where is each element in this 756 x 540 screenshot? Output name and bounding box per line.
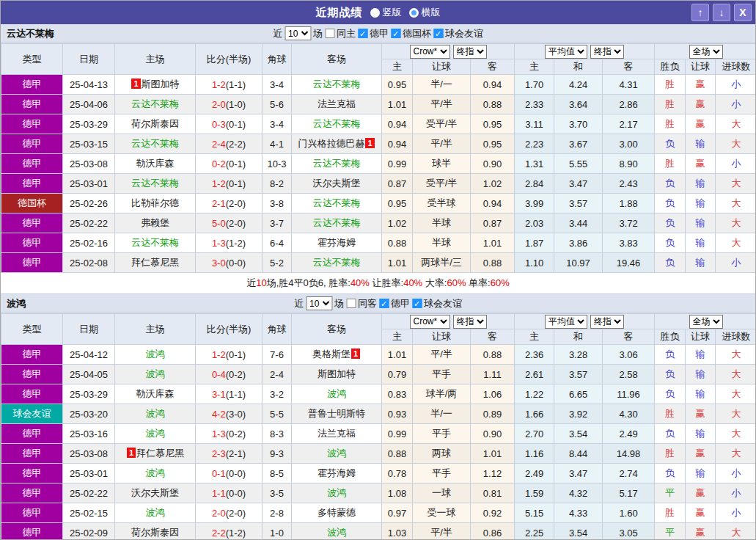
handicap-home-odds: 0.94 xyxy=(382,114,413,134)
league-filter-label: 球会友谊 xyxy=(445,27,483,40)
same-venue-checkbox[interactable] xyxy=(346,299,356,308)
team-name: 荷尔斯泰因 xyxy=(131,527,179,538)
handicap-away-odds: 0.90 xyxy=(471,154,515,174)
games-label: 场 xyxy=(313,27,323,40)
handicap-line: 受半球 xyxy=(413,194,471,214)
league-filter-checkbox[interactable] xyxy=(391,29,400,38)
corners-cell: 8-2 xyxy=(263,174,292,194)
league-filter-checkbox[interactable] xyxy=(412,299,422,308)
final-index-select[interactable]: 终指 xyxy=(453,315,487,329)
handicap-home-odds: 1.01 xyxy=(382,253,413,273)
league-filter-checkbox[interactable] xyxy=(433,29,443,38)
team-name: 波鸿 xyxy=(146,428,165,439)
handicap-line: 半球 xyxy=(413,233,471,253)
avg-away-odds: 3.06 xyxy=(603,345,655,365)
team-name: 斯图加特 xyxy=(318,368,356,379)
match-scope-select[interactable]: 全场 xyxy=(689,45,723,59)
away-team-cell: 云达不莱梅 xyxy=(292,253,382,273)
fulltime-score: 2-2 xyxy=(212,528,226,539)
horizontal-layout-radio[interactable]: 横版 xyxy=(409,6,441,19)
league-filter-checkbox[interactable] xyxy=(358,29,367,38)
avg-draw-odds: 3.64 xyxy=(554,95,603,114)
avg-away-odds: 5.17 xyxy=(603,484,655,503)
handicap-result-cell: 赢 xyxy=(686,523,716,540)
col-goals: 进球数 xyxy=(716,59,756,75)
final-index-select-2[interactable]: 终指 xyxy=(590,315,624,329)
avg-home-odds: 3.99 xyxy=(515,194,554,214)
league-badge: 德甲 xyxy=(1,75,63,95)
col-avg-draw: 和 xyxy=(554,329,603,345)
avg-home-odds: 1.70 xyxy=(515,75,554,95)
home-team-cell: 云达不莱梅 xyxy=(115,95,196,114)
avg-draw-odds: 3.57 xyxy=(554,365,603,384)
result-cell: 胜 xyxy=(655,154,686,174)
fulltime-score: 3-0 xyxy=(212,258,226,269)
team-name: 拜仁慕尼黑 xyxy=(136,448,184,459)
handicap-result-cell: 赢 xyxy=(686,95,716,114)
col-date: 日期 xyxy=(63,44,115,75)
avg-home-odds: 2.03 xyxy=(515,214,554,233)
result-cell: 负 xyxy=(655,174,686,194)
match-row: 德甲25-03-29荷尔斯泰因0-3(0-1)3-4云达不莱梅0.94受平/半0… xyxy=(1,114,756,134)
handicap-away-odds: 1.06 xyxy=(471,384,515,404)
team-name: 斯图加特 xyxy=(142,79,180,90)
bookmaker-select[interactable]: Crow* xyxy=(410,315,450,329)
handicap-line: 平手 xyxy=(413,424,471,444)
avg-home-odds: 1.87 xyxy=(515,233,554,253)
match-count-select[interactable]: 10 xyxy=(285,26,311,40)
match-date: 25-02-22 xyxy=(63,214,115,233)
team-name: 波鸿 xyxy=(146,507,165,518)
home-team-cell: 云达不莱梅 xyxy=(115,174,196,194)
avg-away-odds: 4.31 xyxy=(603,75,655,95)
match-scope-select[interactable]: 全场 xyxy=(689,315,723,329)
move-down-button[interactable]: ↓ xyxy=(713,4,730,21)
final-index-select[interactable]: 终指 xyxy=(453,45,487,59)
match-count-select[interactable]: 10 xyxy=(306,296,332,310)
fulltime-score: 1-1 xyxy=(212,488,226,499)
league-badge: 德甲 xyxy=(1,154,63,174)
average-select[interactable]: 平均值 xyxy=(545,45,587,59)
league-filter-checkbox[interactable] xyxy=(379,299,389,308)
result-cell: 负 xyxy=(655,233,686,253)
goals-result-cell: 大 xyxy=(716,404,756,424)
score-cell: 2-4(2-2) xyxy=(196,134,263,154)
halftime-score: (1-0) xyxy=(226,99,246,110)
average-select[interactable]: 平均值 xyxy=(545,315,587,329)
vertical-layout-radio[interactable]: 竖版 xyxy=(370,6,402,19)
handicap-line: 球半 xyxy=(413,154,471,174)
team-filter-bar: 波鸿近10场同客德甲球会友谊 xyxy=(1,294,755,313)
handicap-home-odds: 0.95 xyxy=(382,75,413,95)
team-name: 法兰克福 xyxy=(318,428,356,439)
home-team-cell: 荷尔斯泰因 xyxy=(115,114,196,134)
team-name: 勒沃库森 xyxy=(136,388,175,399)
final-index-select-2[interactable]: 终指 xyxy=(590,45,624,59)
team-name: 波鸿 xyxy=(146,408,165,419)
move-up-button[interactable]: ↑ xyxy=(691,4,709,21)
bookmaker-select-group: Crow*终指 xyxy=(382,44,515,59)
match-date: 25-04-05 xyxy=(63,365,115,384)
handicap-home-odds: 1.01 xyxy=(382,345,413,365)
close-button[interactable]: X xyxy=(734,4,752,21)
same-venue-checkbox[interactable] xyxy=(325,29,334,38)
league-badge: 德甲 xyxy=(1,214,63,233)
avg-home-odds: 3.11 xyxy=(515,114,554,134)
match-row: 德甲25-03-15云达不莱梅2-4(2-2)4-1门兴格拉德巴赫10.94平/… xyxy=(1,134,756,154)
match-row: 德甲25-02-22沃尔夫斯堡1-1(0-0)3-5波鸿1.08一球0.811.… xyxy=(1,484,756,503)
league-badge: 德甲 xyxy=(1,114,63,134)
team-name: 勒沃库森 xyxy=(136,158,175,169)
corners-cell: 3-4 xyxy=(263,75,292,95)
handicap-line: 平/半 xyxy=(413,345,471,365)
titlebar-buttons: ↑ ↓ X xyxy=(691,4,752,21)
match-date: 25-03-29 xyxy=(63,114,115,134)
same-venue-label: 同主 xyxy=(337,27,356,40)
score-cell: 3-1(1-1) xyxy=(196,384,263,404)
col-result: 胜负 xyxy=(655,329,686,345)
corners-cell: 8-5 xyxy=(263,464,292,484)
league-badge: 德甲 xyxy=(1,503,63,523)
bookmaker-select[interactable]: Crow* xyxy=(410,45,450,59)
league-badge: 德甲 xyxy=(1,444,63,464)
score-cell: 5-0(2-0) xyxy=(196,214,263,233)
league-badge: 德甲 xyxy=(1,365,63,384)
home-team-cell: 云达不莱梅 xyxy=(115,134,196,154)
avg-away-odds: 14.98 xyxy=(603,444,655,464)
